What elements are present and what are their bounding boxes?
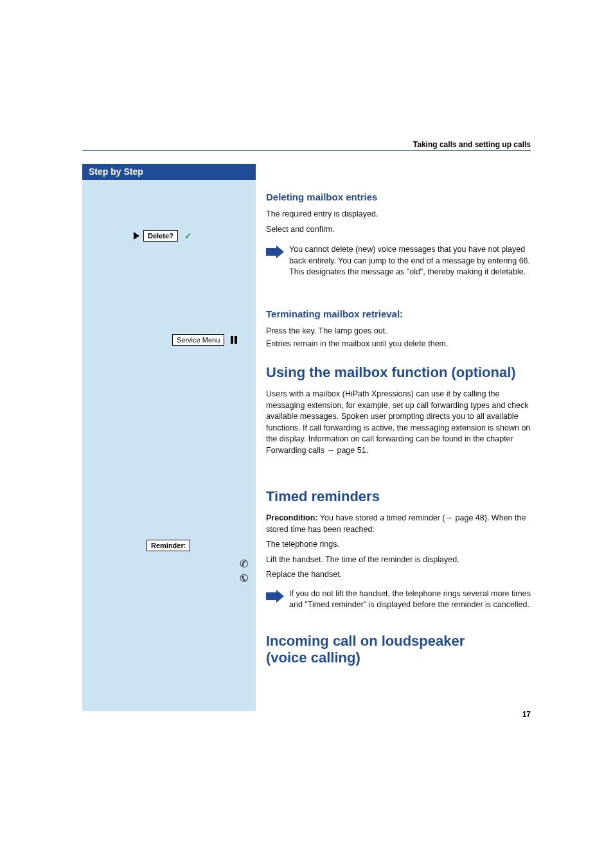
step-reminder: Reminder: <box>147 540 190 551</box>
heading-terminating: Terminating mailbox retrieval: <box>266 308 531 319</box>
note-reminder: If you do not lift the handset, the tele… <box>266 589 531 611</box>
s4-line2: Lift the handset. The time of the remind… <box>266 554 531 566</box>
heading-using-mailbox: Using the mailbox function (optional) <box>266 364 531 381</box>
key-label-service-menu: Service Menu <box>172 334 224 346</box>
section-deleting-mailbox: Deleting mailbox entries The required en… <box>266 191 531 281</box>
section-timed-reminders: Timed reminders Precondition: You have s… <box>266 488 531 614</box>
display-box-delete: Delete? <box>143 230 178 242</box>
lamp-icon <box>231 336 237 344</box>
heading-deleting: Deleting mailbox entries <box>266 191 531 202</box>
page-number: 17 <box>522 710 531 719</box>
s2-line2: Entries remain in the mailbox until you … <box>266 339 531 350</box>
header-rule <box>82 150 531 151</box>
precondition-label: Precondition: <box>266 513 318 522</box>
heading-incoming-2: (voice calling) <box>266 650 531 666</box>
s4-line3: Replace the handset. <box>266 569 531 581</box>
running-header: Taking calls and setting up calls <box>413 140 531 149</box>
section-terminating: Terminating mailbox retrieval: Press the… <box>266 308 531 353</box>
step-service-menu: Service Menu <box>172 334 237 346</box>
s1-line1: The required entry is displayed. <box>266 209 531 220</box>
triangle-icon <box>134 232 139 240</box>
note-arrow-icon <box>266 590 284 603</box>
display-box-reminder: Reminder: <box>147 540 190 551</box>
step-delete: Delete? ✓ <box>134 230 192 242</box>
step-replace-handset: ✆ <box>240 572 248 584</box>
check-icon: ✓ <box>184 231 192 241</box>
step-by-step-sidebar: Step by Step Delete? ✓ Service Menu Remi… <box>82 164 256 711</box>
s4-precondition: Precondition: You have stored a timed re… <box>266 513 531 535</box>
s3-body: Users with a mailbox (HiPath Xpressions)… <box>266 389 531 456</box>
s2-line1: Press the key. The lamp goes out. <box>266 326 531 337</box>
lift-handset-icon: ✆ <box>240 558 248 570</box>
sidebar-title: Step by Step <box>82 164 256 180</box>
section-incoming-call: Incoming call on loudspeaker (voice call… <box>266 633 531 674</box>
note-deleting: You cannot delete (new) voice messages t… <box>266 244 531 278</box>
page: Taking calls and setting up calls Step b… <box>0 0 613 868</box>
note-deleting-text: You cannot delete (new) voice messages t… <box>289 244 531 278</box>
s1-line2: Select and confirm. <box>266 224 531 236</box>
section-using-mailbox: Using the mailbox function (optional) Us… <box>266 364 531 460</box>
heading-timed-reminders: Timed reminders <box>266 488 531 505</box>
heading-incoming-1: Incoming call on loudspeaker <box>266 633 531 650</box>
note-reminder-text: If you do not lift the handset, the tele… <box>289 589 531 611</box>
replace-handset-icon: ✆ <box>240 572 248 584</box>
note-arrow-icon <box>266 245 284 258</box>
step-lift-handset: ✆ <box>240 558 248 570</box>
sidebar-body: Delete? ✓ Service Menu Reminder: ✆ ✆ <box>82 180 256 711</box>
s4-line1: The telephone rings. <box>266 539 531 551</box>
